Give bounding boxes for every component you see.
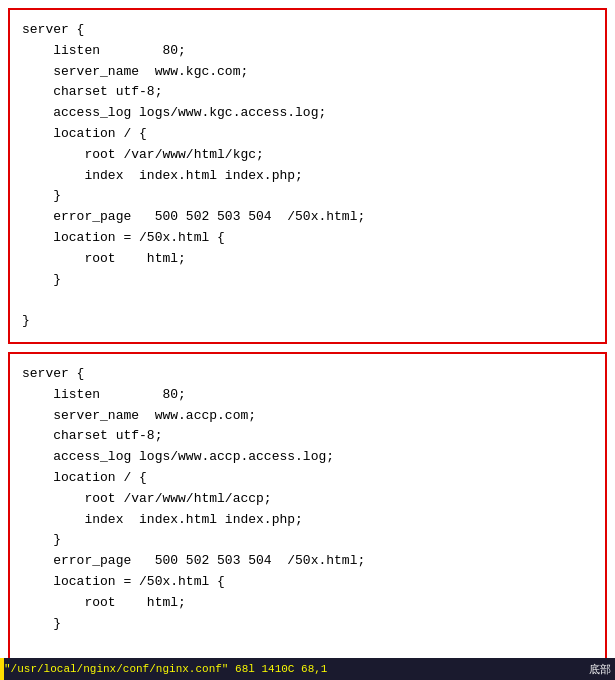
bottom-bar: "/usr/local/nginx/conf/nginx.conf" 68l 1… (0, 658, 615, 680)
line-servername2: server_name www.accp.com; (53, 408, 256, 423)
code-block-2: server { listen 80; server_name www.accp… (8, 352, 607, 680)
line-charset2: charset utf-8; (53, 428, 162, 443)
code-content-1: server { listen 80; server_name www.kgc.… (22, 20, 593, 332)
line-location1: location / { (53, 126, 147, 141)
line-errorpage1: error_page 500 502 503 504 /50x.html; (53, 209, 365, 224)
line-closebrace2: } (53, 532, 61, 547)
line-root2: root /var/www/html/accp; (84, 491, 271, 506)
line-location50x2: location = /50x.html { (53, 574, 225, 589)
line-index2: index index.html index.php; (84, 512, 302, 527)
line-closebrace1: } (53, 188, 61, 203)
line-accesslog2: access_log logs/www.accp.access.log; (53, 449, 334, 464)
bottom-indicator (0, 658, 4, 680)
code-content-2: server { listen 80; server_name www.accp… (22, 364, 593, 676)
line-servername1: server_name www.kgc.com; (53, 64, 248, 79)
line-closeserver1: } (22, 313, 30, 328)
line-closebrace50x2: } (53, 616, 61, 631)
line-root50x2: root html; (84, 595, 185, 610)
main-container: server { listen 80; server_name www.kgc.… (0, 0, 615, 680)
line-listen2: listen 80; (53, 387, 186, 402)
line-root50x1: root html; (84, 251, 185, 266)
line-accesslog1: access_log logs/www.kgc.access.log; (53, 105, 326, 120)
line-closebrace50x1: } (53, 272, 61, 287)
line-charset1: charset utf-8; (53, 84, 162, 99)
bottom-bar-position: 底部 (589, 662, 611, 677)
line-listen1: listen 80; (53, 43, 186, 58)
bottom-bar-file-info: "/usr/local/nginx/conf/nginx.conf" 68l 1… (4, 663, 327, 675)
line-root1: root /var/www/html/kgc; (84, 147, 263, 162)
line-index1: index index.html index.php; (84, 168, 302, 183)
line-location2: location / { (53, 470, 147, 485)
code-block-1: server { listen 80; server_name www.kgc.… (8, 8, 607, 344)
line-location50x1: location = /50x.html { (53, 230, 225, 245)
line-server1: server { (22, 22, 84, 37)
line-server2: server { (22, 366, 84, 381)
line-errorpage2: error_page 500 502 503 504 /50x.html; (53, 553, 365, 568)
